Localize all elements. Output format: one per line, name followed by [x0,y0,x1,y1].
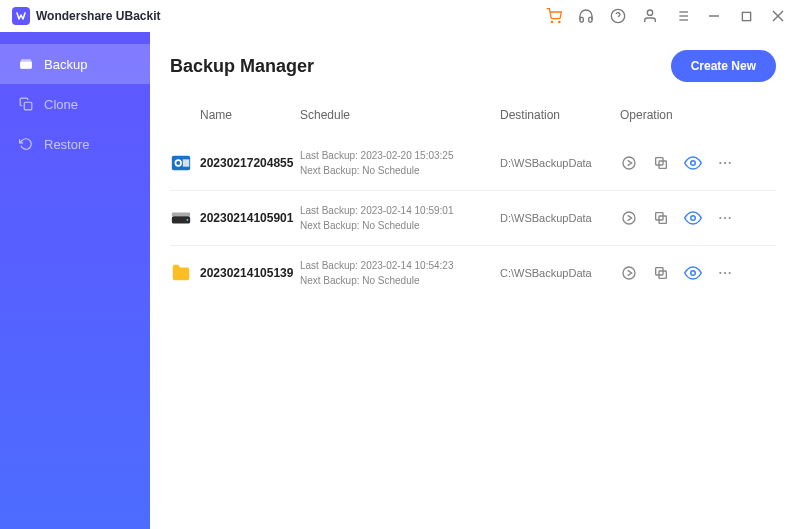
svg-rect-15 [20,62,32,69]
clone-icon [18,96,34,112]
more-button[interactable] [716,264,734,282]
maximize-button[interactable] [732,2,760,30]
backup-list: 20230217204855Last Backup: 2023-02-20 15… [170,136,776,300]
svg-point-21 [623,157,635,169]
backup-row: 20230217204855Last Backup: 2023-02-20 15… [170,136,776,190]
backup-name: 20230217204855 [200,156,300,170]
run-backup-button[interactable] [620,209,638,227]
copy-button[interactable] [652,154,670,172]
create-new-button[interactable]: Create New [671,50,776,82]
support-icon[interactable] [572,2,600,30]
svg-point-27 [729,162,731,164]
svg-point-42 [719,272,721,274]
sidebar-item-label: Backup [44,57,87,72]
sidebar-item-clone[interactable]: Clone [0,84,150,124]
backup-schedule: Last Backup: 2023-02-20 15:03:25Next Bac… [300,148,500,178]
folder-icon [170,262,192,284]
svg-point-25 [719,162,721,164]
sidebar-item-backup[interactable]: Backup [0,44,150,84]
backup-destination: C:\WSBackupData [500,267,620,279]
app-logo-icon [12,7,30,25]
titlebar: Wondershare UBackit [0,0,800,32]
svg-point-26 [724,162,726,164]
outlook-icon [170,152,192,174]
svg-point-37 [729,217,731,219]
app-logo-group: Wondershare UBackit [12,7,160,25]
restore-icon [18,136,34,152]
backup-row: 20230214105901Last Backup: 2023-02-14 10… [170,190,776,245]
col-destination: Destination [500,108,620,122]
more-button[interactable] [716,154,734,172]
svg-point-43 [724,272,726,274]
svg-point-41 [691,271,696,276]
view-button[interactable] [684,264,702,282]
account-icon[interactable] [636,2,664,30]
col-operation: Operation [620,108,776,122]
close-button[interactable] [764,2,792,30]
sidebar-item-label: Restore [44,137,90,152]
svg-rect-20 [183,159,189,166]
minimize-button[interactable] [700,2,728,30]
svg-rect-12 [742,12,750,20]
backup-name: 20230214105139 [200,266,300,280]
col-name: Name [200,108,300,122]
backup-schedule: Last Backup: 2023-02-14 10:59:01Next Bac… [300,203,500,233]
backup-name: 20230214105901 [200,211,300,225]
page-header: Backup Manager Create New [170,50,776,82]
backup-destination: D:\WSBackupData [500,157,620,169]
titlebar-icons [540,2,792,30]
svg-point-31 [623,212,635,224]
app-title: Wondershare UBackit [36,9,160,23]
sidebar-item-label: Clone [44,97,78,112]
view-button[interactable] [684,154,702,172]
svg-point-38 [623,267,635,279]
backup-operations [620,209,776,227]
page-title: Backup Manager [170,56,314,77]
svg-point-35 [719,217,721,219]
help-icon[interactable] [604,2,632,30]
sidebar: Backup Clone Restore [0,32,150,529]
sidebar-item-restore[interactable]: Restore [0,124,150,164]
run-backup-button[interactable] [620,264,638,282]
copy-button[interactable] [652,209,670,227]
backup-operations [620,264,776,282]
svg-point-1 [559,21,560,22]
svg-point-4 [647,10,652,15]
run-backup-button[interactable] [620,154,638,172]
view-button[interactable] [684,209,702,227]
backup-destination: D:\WSBackupData [500,212,620,224]
svg-point-0 [551,21,552,22]
table-header: Name Schedule Destination Operation [170,108,776,132]
svg-rect-29 [172,213,190,217]
svg-point-34 [691,216,696,221]
svg-point-44 [729,272,731,274]
svg-rect-16 [24,102,32,110]
more-button[interactable] [716,209,734,227]
copy-button[interactable] [652,264,670,282]
svg-point-19 [176,161,180,165]
svg-point-30 [187,219,189,221]
disk-icon [170,207,192,229]
content-area: Backup Manager Create New Name Schedule … [150,32,800,529]
backup-icon [18,56,34,72]
svg-point-36 [724,217,726,219]
svg-point-24 [691,161,696,166]
col-schedule: Schedule [300,108,500,122]
backup-row: 20230214105139Last Backup: 2023-02-14 10… [170,245,776,300]
cart-icon[interactable] [540,2,568,30]
menu-icon[interactable] [668,2,696,30]
backup-schedule: Last Backup: 2023-02-14 10:54:23Next Bac… [300,258,500,288]
backup-operations [620,154,776,172]
